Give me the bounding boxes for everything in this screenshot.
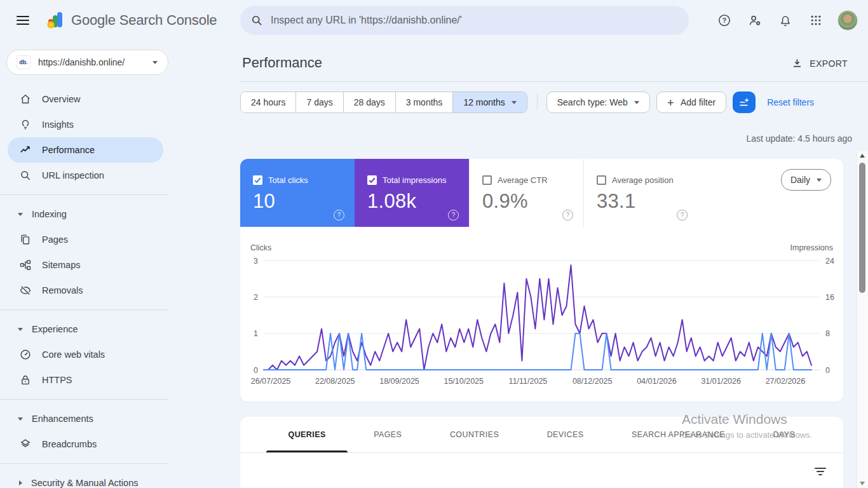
svg-text:16: 16: [825, 293, 834, 302]
lock-icon: [19, 374, 32, 386]
svg-text:Clicks: Clicks: [250, 243, 271, 252]
help-icon[interactable]: ?: [677, 210, 688, 220]
svg-text:24: 24: [825, 257, 834, 266]
sidebar-nav: Overview Insights Performance URL inspec…: [0, 86, 168, 488]
layers-icon: [19, 438, 32, 451]
chevron-down-icon: [18, 328, 23, 331]
sidebar-item-url-inspection[interactable]: URL inspection: [8, 163, 163, 188]
tab-search-appearance[interactable]: SEARCH APPEARANCE: [632, 417, 725, 452]
property-selector[interactable]: db. https://danishb.online/: [6, 50, 168, 75]
checkbox-unchecked-icon[interactable]: [482, 175, 492, 185]
scrollbar-thumb[interactable]: [859, 163, 865, 293]
sitemap-icon: [19, 259, 32, 271]
app-title: Google Search Console: [71, 12, 217, 29]
page-title: Performance: [242, 55, 322, 71]
svg-text:11/11/2025: 11/11/2025: [509, 377, 548, 386]
add-filter-chip[interactable]: + Add filter: [656, 92, 726, 113]
sidebar-item-insights[interactable]: Insights: [8, 112, 163, 137]
menu-icon[interactable]: [17, 16, 29, 25]
range-24-hours-button[interactable]: 24 hours: [241, 92, 296, 112]
tab-devices[interactable]: DEVICES: [547, 417, 584, 452]
chevron-down-icon: [153, 61, 158, 64]
chevron-down-icon: [512, 101, 517, 104]
table-filter-icon[interactable]: [815, 468, 826, 477]
svg-text:18/09/2025: 18/09/2025: [379, 377, 419, 386]
filter-sparkle-button[interactable]: [733, 92, 756, 113]
apps-grid-icon[interactable]: [803, 8, 829, 33]
scroll-down-arrow-icon[interactable]: [860, 482, 865, 485]
filter-bar: 24 hours 7 days 28 days 3 months 12 mont…: [240, 92, 814, 113]
svg-text:08/12/2025: 08/12/2025: [573, 377, 613, 386]
checkbox-checked-icon[interactable]: [253, 175, 262, 185]
metric-average-position[interactable]: Average position 33.1 ?: [583, 159, 698, 227]
svg-text:04/01/2026: 04/01/2026: [637, 377, 677, 386]
help-icon[interactable]: ?: [712, 8, 737, 33]
search-placeholder: Inspect any URL in 'https://danishb.onli…: [271, 15, 462, 26]
vertical-scrollbar[interactable]: [857, 151, 868, 488]
range-28-days-button[interactable]: 28 days: [344, 92, 396, 112]
sidebar-item-sitemaps[interactable]: Sitemaps: [8, 252, 163, 278]
help-icon[interactable]: ?: [562, 210, 573, 220]
help-icon[interactable]: ?: [448, 210, 459, 220]
svg-text:?: ?: [722, 17, 726, 24]
help-icon[interactable]: ?: [334, 210, 344, 220]
sidebar-item-https[interactable]: HTTPS: [8, 367, 163, 393]
tab-countries[interactable]: COUNTRIES: [450, 417, 499, 452]
url-inspect-searchbar[interactable]: Inspect any URL in 'https://danishb.onli…: [240, 6, 689, 35]
plus-icon: +: [667, 97, 674, 109]
svg-text:1: 1: [254, 329, 258, 338]
sidebar-section-enhancements[interactable]: Enhancements: [0, 406, 168, 431]
last-update-text: Last update: 4.5 hours ago: [746, 133, 852, 144]
dimension-tabs: QUERIES PAGES COUNTRIES DEVICES SEARCH A…: [240, 417, 843, 453]
tab-pages[interactable]: PAGES: [374, 417, 402, 452]
svg-text:15/10/2025: 15/10/2025: [444, 377, 484, 386]
avatar[interactable]: [837, 10, 858, 30]
sidebar-section-security[interactable]: Security & Manual Actions: [0, 470, 168, 488]
user-settings-icon[interactable]: [742, 8, 768, 33]
svg-text:Impressions: Impressions: [790, 243, 833, 252]
sidebar-item-pages[interactable]: Pages: [8, 227, 163, 252]
svg-text:0: 0: [825, 366, 830, 375]
sidebar: db. https://danishb.online/ Overview Ins…: [0, 41, 168, 488]
sidebar-section-indexing[interactable]: Indexing: [0, 201, 168, 227]
scroll-up-arrow-icon[interactable]: [860, 154, 865, 158]
sidebar-item-overview[interactable]: Overview: [8, 86, 163, 112]
search-console-logo-icon: [46, 11, 65, 30]
svg-text:0: 0: [254, 366, 258, 375]
chevron-down-icon: [18, 417, 23, 421]
sidebar-item-removals[interactable]: Removals: [8, 278, 163, 303]
svg-text:3: 3: [254, 257, 258, 266]
dimensions-table-card: QUERIES PAGES COUNTRIES DEVICES SEARCH A…: [240, 417, 843, 488]
sidebar-item-performance[interactable]: Performance: [8, 137, 163, 163]
sidebar-section-experience[interactable]: Experience: [0, 316, 168, 342]
chevron-right-icon: [19, 480, 22, 485]
divider: [537, 94, 538, 111]
trend-icon: [19, 144, 32, 156]
sidebar-item-breadcrumbs[interactable]: Breadcrumbs: [8, 431, 163, 457]
search-type-chip[interactable]: Search type: Web: [546, 92, 650, 113]
clicks-impressions-chart[interactable]: 012308162426/07/202522/08/202518/09/2025…: [240, 243, 843, 392]
checkbox-unchecked-icon[interactable]: [597, 175, 606, 185]
metric-total-impressions[interactable]: Total impressions 1.08k ?: [355, 159, 469, 227]
notifications-bell-icon[interactable]: [773, 8, 798, 33]
tab-queries[interactable]: QUERIES: [288, 417, 326, 452]
sidebar-item-core-web-vitals[interactable]: Core web vitals: [8, 342, 163, 367]
reset-filters-link[interactable]: Reset filters: [767, 97, 814, 107]
tune-sparkle-icon: [738, 96, 750, 109]
tab-days[interactable]: DAYS: [773, 417, 796, 452]
granularity-dropdown[interactable]: Daily: [781, 169, 831, 191]
checkbox-checked-icon[interactable]: [367, 175, 377, 185]
range-7-days-button[interactable]: 7 days: [296, 92, 343, 112]
export-button[interactable]: EXPORT: [791, 57, 848, 69]
main-content: Performance EXPORT 24 hours 7 days 28 da…: [168, 41, 868, 488]
range-3-months-button[interactable]: 3 months: [396, 92, 454, 112]
metric-average-ctr[interactable]: Average CTR 0.9% ?: [469, 159, 583, 227]
top-bar: Google Search Console Inspect any URL in…: [0, 0, 868, 41]
divider: [240, 81, 868, 82]
range-12-months-button[interactable]: 12 months: [453, 92, 526, 112]
divider: [0, 463, 168, 464]
divider: [0, 194, 168, 195]
metric-total-clicks[interactable]: Total clicks 10 ?: [240, 159, 355, 227]
home-icon: [19, 93, 32, 105]
search-icon: [250, 14, 263, 27]
